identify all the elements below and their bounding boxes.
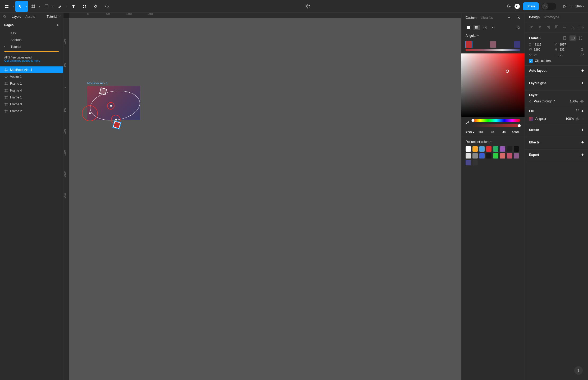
page-item-android[interactable]: Android bbox=[0, 37, 63, 43]
tab-layers[interactable]: Layers bbox=[12, 15, 21, 19]
prop-h[interactable]: H832 bbox=[555, 48, 578, 51]
color-swatch[interactable] bbox=[514, 153, 519, 159]
align-v-center[interactable] bbox=[561, 24, 568, 30]
color-swatch[interactable] bbox=[472, 160, 478, 165]
layer-item[interactable]: Vector 1 bbox=[0, 73, 63, 80]
upgrade-link[interactable]: Get unlimited pages & more bbox=[4, 59, 59, 62]
color-r[interactable]: 187 bbox=[476, 131, 486, 134]
file-name-dropdown[interactable]: Tutorial⌃ bbox=[47, 15, 60, 19]
fill-opacity[interactable]: 100% bbox=[566, 117, 574, 121]
tab-prototype[interactable]: Prototype bbox=[544, 15, 559, 19]
add-fill-button[interactable]: + bbox=[581, 109, 584, 114]
fill-styles-button[interactable] bbox=[576, 109, 579, 114]
shape-tool[interactable]: ▾ bbox=[42, 1, 54, 12]
color-swatch[interactable] bbox=[507, 153, 512, 159]
layer-item[interactable]: Frame 3 bbox=[0, 101, 63, 108]
frame-type-dropdown[interactable]: Frame▾ bbox=[529, 36, 560, 40]
prop-x[interactable]: X-7116 bbox=[529, 43, 552, 46]
document-colors-dropdown[interactable]: Document colors▾ bbox=[461, 137, 525, 145]
color-swatch[interactable] bbox=[500, 146, 505, 152]
present-button[interactable]: ▾ bbox=[560, 1, 573, 12]
handle-dot[interactable] bbox=[110, 105, 112, 107]
canvas-area[interactable]: 0 500 1000 1500 -1000 -500 0 500 1000 15… bbox=[63, 13, 461, 380]
fill-visibility-icon[interactable] bbox=[576, 117, 580, 120]
gradient-stop[interactable] bbox=[514, 41, 520, 48]
visibility-icon[interactable] bbox=[580, 100, 584, 103]
layer-item[interactable]: Frame 4 bbox=[0, 87, 63, 94]
help-button[interactable]: ? bbox=[574, 366, 583, 375]
color-swatch[interactable] bbox=[514, 146, 519, 152]
align-top[interactable] bbox=[553, 24, 560, 30]
alpha-slider[interactable] bbox=[472, 124, 520, 127]
color-swatch[interactable] bbox=[472, 153, 478, 159]
individual-corners[interactable] bbox=[581, 53, 584, 56]
blend-mode-icon[interactable] bbox=[517, 26, 520, 29]
avatar[interactable]: 11 bbox=[514, 4, 520, 9]
picker-tab-libraries[interactable]: Libraries bbox=[481, 16, 493, 20]
frame-tool[interactable]: ▾ bbox=[29, 1, 41, 12]
orient-landscape[interactable] bbox=[569, 35, 576, 41]
fill-type-image[interactable] bbox=[481, 25, 488, 30]
pen-tool[interactable]: ▾ bbox=[55, 1, 68, 12]
audio-button[interactable] bbox=[503, 1, 514, 12]
actions-button[interactable] bbox=[302, 1, 313, 12]
color-swatch[interactable] bbox=[472, 146, 478, 152]
fill-type-gradient[interactable] bbox=[474, 25, 480, 30]
add-layout-grid[interactable]: + bbox=[581, 81, 584, 85]
fill-type-solid[interactable] bbox=[466, 25, 472, 30]
add-style-button[interactable]: + bbox=[508, 15, 510, 20]
picker-tab-custom[interactable]: Custom bbox=[466, 16, 476, 20]
move-tool[interactable]: ▾ bbox=[15, 1, 28, 12]
color-mode-dropdown[interactable]: RGB▾ bbox=[466, 131, 474, 134]
layer-item[interactable]: MacBook Air - 1 bbox=[0, 66, 63, 73]
color-g[interactable]: 48 bbox=[488, 131, 497, 134]
align-right[interactable] bbox=[545, 24, 552, 30]
search-icon[interactable] bbox=[3, 15, 6, 18]
resize-to-fit[interactable] bbox=[577, 35, 584, 41]
color-swatch[interactable] bbox=[493, 153, 498, 159]
color-swatch[interactable] bbox=[500, 153, 505, 159]
color-b[interactable]: 48 bbox=[499, 131, 509, 134]
saturation-value-picker[interactable] bbox=[461, 53, 525, 117]
color-swatch[interactable] bbox=[479, 153, 485, 159]
handle-dot[interactable] bbox=[89, 112, 91, 114]
comment-tool[interactable] bbox=[102, 1, 112, 12]
color-swatch[interactable] bbox=[466, 153, 471, 159]
prop-rotation[interactable]: ⟲0° bbox=[529, 53, 552, 56]
color-swatch[interactable] bbox=[486, 146, 491, 152]
color-swatch[interactable] bbox=[466, 146, 471, 152]
close-picker-button[interactable]: ✕ bbox=[517, 16, 520, 20]
text-tool[interactable] bbox=[68, 1, 79, 12]
layer-opacity[interactable]: 100% bbox=[570, 99, 578, 103]
fill-type-video[interactable] bbox=[489, 25, 496, 30]
hue-slider[interactable] bbox=[472, 119, 520, 122]
color-swatch[interactable] bbox=[493, 146, 498, 152]
fill-swatch[interactable] bbox=[529, 117, 533, 121]
gradient-stop-canvas-2[interactable] bbox=[113, 121, 121, 129]
add-export-button[interactable]: + bbox=[581, 152, 584, 157]
zoom-control[interactable]: 16% ▾ bbox=[573, 4, 586, 8]
page-item-ios[interactable]: iOS bbox=[0, 30, 63, 37]
color-swatch[interactable] bbox=[466, 160, 471, 165]
menu-button[interactable]: ▾ bbox=[2, 1, 15, 12]
share-button[interactable]: Share bbox=[523, 2, 539, 10]
fill-type-label[interactable]: Angular bbox=[535, 117, 546, 121]
color-swatch[interactable] bbox=[507, 146, 512, 152]
distribute[interactable]: ▾ bbox=[578, 24, 585, 30]
remove-fill-button[interactable]: − bbox=[582, 117, 584, 121]
tab-design[interactable]: Design bbox=[529, 15, 540, 19]
handle-dot[interactable] bbox=[115, 119, 117, 121]
tab-assets[interactable]: Assets bbox=[25, 15, 35, 19]
prop-radius[interactable]: ⌐0 bbox=[555, 53, 578, 56]
orient-portrait[interactable] bbox=[562, 35, 568, 41]
sv-cursor[interactable] bbox=[506, 70, 509, 73]
add-auto-layout[interactable]: + bbox=[581, 68, 584, 73]
page-item-tutorial[interactable]: Tutorial bbox=[0, 43, 63, 50]
clip-content-checkbox[interactable]: ✓ bbox=[529, 59, 533, 63]
align-bottom[interactable] bbox=[569, 24, 576, 30]
layer-item[interactable]: Frame 2 bbox=[0, 108, 63, 115]
eyedropper-button[interactable] bbox=[466, 121, 469, 125]
gradient-bar[interactable] bbox=[466, 49, 520, 51]
color-a[interactable]: 100% bbox=[511, 131, 520, 134]
add-effect-button[interactable]: + bbox=[581, 140, 584, 145]
